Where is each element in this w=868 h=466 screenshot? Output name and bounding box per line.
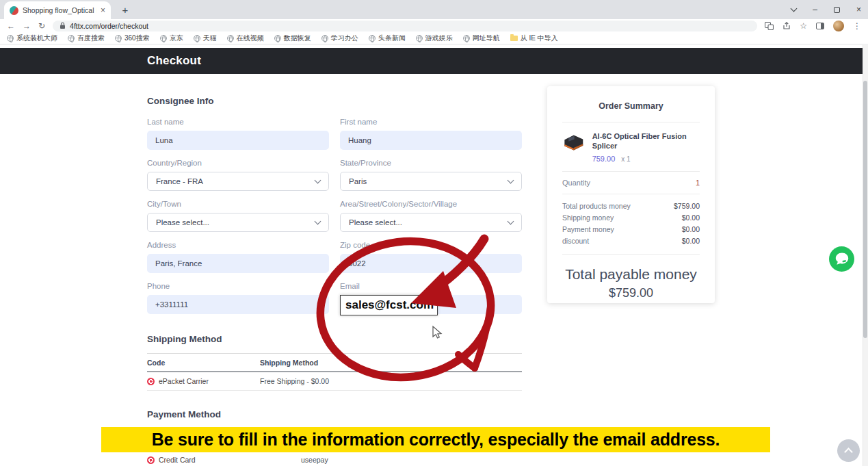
translate-icon[interactable] [765, 22, 774, 30]
bookmark-item[interactable]: 在线视频 [227, 34, 264, 43]
field-label: Zip code [340, 241, 522, 249]
share-icon[interactable] [782, 22, 791, 30]
back-icon[interactable]: ← [7, 22, 15, 30]
chevron-down-icon [315, 177, 321, 183]
bookmark-item[interactable]: 数据恢复 [274, 34, 311, 43]
state-select[interactable]: Paris [340, 172, 522, 191]
forward-icon[interactable]: → [23, 22, 31, 30]
total-payable-label: Total payable money [562, 266, 700, 283]
globe-icon [463, 35, 470, 42]
total-line: Total products money $759.00 [562, 200, 700, 212]
reload-icon[interactable]: ↻ [38, 22, 45, 30]
total-line: Shipping money $0.00 [562, 212, 700, 224]
chevron-up-icon [844, 448, 853, 456]
field-label: Address [147, 241, 329, 249]
chevron-down-icon [508, 218, 514, 224]
field-label: Phone [147, 282, 329, 290]
address-input[interactable]: Paris, France [147, 254, 329, 273]
field-phone: Phone +3311111 [147, 282, 329, 314]
subtitle-banner: Be sure to fill in the information corre… [101, 427, 770, 452]
payment-code: Credit Card [159, 456, 196, 464]
order-summary-card: Order Summary AI-6C Optical Fiber Fusion… [547, 86, 715, 303]
chat-button[interactable] [829, 246, 854, 272]
bookmark-item[interactable]: 京东 [160, 34, 183, 43]
field-country: Country/Region France - FRA [147, 159, 329, 191]
shipping-table: Code Shipping Method ePacket Carrier Fre… [147, 353, 522, 391]
payment-method-value: useepay [301, 456, 328, 464]
globe-icon [369, 35, 376, 42]
shipping-row[interactable]: ePacket Carrier Free Shipping - $0.00 [147, 372, 522, 391]
field-last-name: Last name Luna [147, 118, 329, 150]
consignee-form: Last name Luna First name Huang Country/… [147, 118, 522, 314]
browser-tab[interactable]: Shopping flow_Optical Fiber F × [4, 1, 111, 19]
screenshot-stage: Shopping flow_Optical Fiber F × + – × ← … [0, 0, 868, 466]
scrollbar-thumb[interactable] [863, 81, 867, 338]
bookmark-item[interactable]: 头条新闻 [369, 34, 406, 43]
last-name-input[interactable]: Luna [147, 131, 329, 150]
radio-selected-icon[interactable] [147, 378, 155, 385]
field-area: Area/Street/Colony/Sector/Village Please… [340, 200, 522, 232]
scrollbar-track[interactable] [863, 45, 868, 466]
payment-row[interactable]: Credit Card useepay [147, 456, 522, 464]
product-image [562, 131, 586, 154]
quantity-row: Quantity 1 [562, 172, 700, 194]
field-email: Email sales@fcst.com [340, 282, 522, 314]
quantity-value: 1 [696, 179, 700, 187]
url-omnibox[interactable]: 4fttx.com/order/checkout [53, 21, 757, 31]
product-price: 759.00 [592, 155, 616, 163]
phone-input[interactable]: +3311111 [147, 295, 329, 314]
field-first-name: First name Huang [340, 118, 522, 150]
product-row: AI-6C Optical Fiber Fusion Splicer 759.0… [562, 122, 700, 171]
email-highlight-value[interactable]: sales@fcst.com [340, 295, 438, 315]
bookmark-item[interactable]: 天猫 [194, 34, 217, 43]
zip-code-input[interactable]: 5022 [340, 254, 522, 273]
scroll-to-top-button[interactable] [837, 439, 860, 462]
globe-icon [68, 35, 75, 42]
country-select[interactable]: France - FRA [147, 172, 329, 191]
new-tab-button[interactable]: + [118, 2, 133, 17]
payment-heading: Payment Method [147, 409, 221, 419]
field-city: City/Town Please select... [147, 200, 329, 232]
bookmark-item[interactable]: 系统装机大师 [7, 34, 57, 43]
area-select[interactable]: Please select... [340, 213, 522, 232]
tab-close-icon[interactable]: × [101, 6, 105, 14]
bookmark-item[interactable]: 360搜索 [115, 34, 150, 43]
window-minimize-icon[interactable]: – [813, 5, 817, 14]
bookmark-item[interactable]: 百度搜索 [68, 34, 105, 43]
lock-icon [60, 22, 66, 29]
quantity-label: Quantity [562, 179, 590, 187]
cursor-icon [433, 326, 441, 338]
globe-icon [321, 35, 328, 42]
tab-title: Shopping flow_Optical Fiber F [23, 6, 96, 14]
window-chevron-icon[interactable] [791, 5, 798, 12]
totals-block: Total products money $759.00 Shipping mo… [562, 194, 700, 254]
globe-icon [274, 35, 281, 42]
menu-icon[interactable]: ⋮ [853, 22, 861, 30]
window-close-icon[interactable]: × [856, 5, 861, 14]
folder-icon [510, 36, 518, 41]
city-select[interactable]: Please select... [147, 213, 329, 232]
chat-icon [829, 246, 854, 272]
bookmark-item[interactable]: 学习办公 [321, 34, 358, 43]
col-code: Code [147, 359, 260, 367]
tab-strip: Shopping flow_Optical Fiber F × + – × [0, 0, 868, 19]
first-name-input[interactable]: Huang [340, 131, 522, 150]
field-state: State/Province Paris [340, 159, 522, 191]
profile-avatar[interactable] [833, 21, 844, 31]
bookmark-item-import-ie[interactable]: 从 IE 中导入 [510, 34, 558, 43]
field-label: State/Province [340, 159, 522, 167]
shipping-code: ePacket Carrier [159, 377, 209, 385]
radio-selected-icon[interactable] [147, 456, 155, 464]
bookmark-item[interactable]: 网址导航 [463, 34, 500, 43]
shipping-method-value: Free Shipping - $0.00 [260, 377, 329, 385]
total-payable-block: Total payable money $759.00 [562, 255, 700, 300]
bookmark-item[interactable]: 游戏娱乐 [416, 34, 453, 43]
bookmark-star-icon[interactable]: ☆ [800, 22, 807, 30]
globe-icon [115, 35, 122, 42]
field-label: Area/Street/Colony/Sector/Village [340, 200, 522, 208]
consignee-heading: Consignee Info [147, 96, 214, 106]
chevron-down-icon [508, 177, 514, 183]
globe-icon [7, 35, 14, 42]
window-maximize-icon[interactable] [834, 7, 840, 13]
side-panel-icon[interactable] [816, 23, 824, 29]
